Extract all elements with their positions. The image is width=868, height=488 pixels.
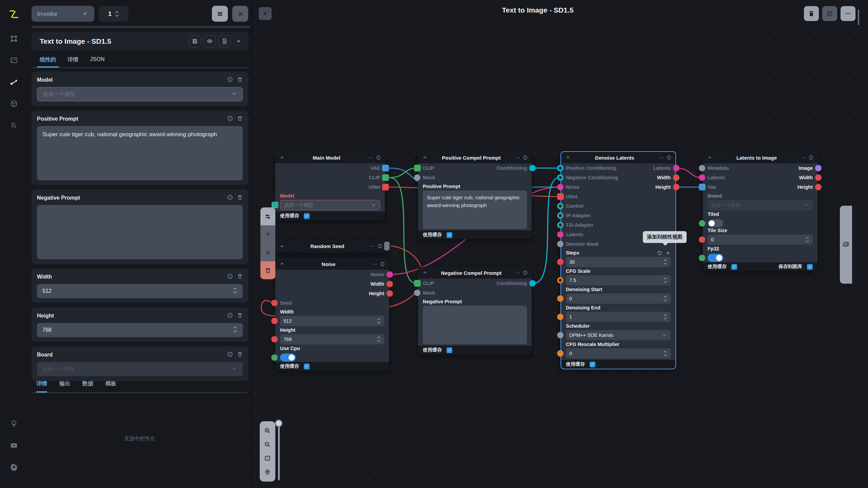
conditioning-output-handle[interactable] [529,280,536,287]
cfg-rescale-multiplier-input-handle[interactable] [557,350,564,357]
use-cpu-toggle[interactable] [280,353,296,362]
zoom-in-icon[interactable] [264,427,271,434]
height-number-input[interactable]: 768 [37,323,243,337]
cfg-scale-input-handle[interactable] [557,277,564,284]
tab-inspector-template[interactable]: 模板 [105,380,116,392]
positive-prompt-textarea[interactable]: Super cute tiger cub, national geographi… [37,126,243,180]
mask-input-handle[interactable] [414,175,420,181]
image-output-handle[interactable] [815,165,822,171]
width-output-handle[interactable] [815,175,822,181]
height-output-handle[interactable] [387,290,393,297]
stepper-icons[interactable] [233,325,237,335]
negative-prompt-textarea[interactable] [37,205,243,259]
node-main-model[interactable]: Main ModelVAECLIPUNetModel选择一个模型使用缓存✓ [275,152,385,220]
zoom-out-icon[interactable] [264,441,271,448]
zoom-slider-thumb[interactable] [275,420,282,427]
collapse-node-icon[interactable] [565,155,571,160]
footer-checkbox[interactable]: ✓ [731,264,737,270]
steps-number-input[interactable]: 30 [566,257,671,267]
node-menu-icon[interactable] [515,155,520,160]
tiled-input-handle[interactable] [699,220,705,227]
remove-field-icon[interactable] [237,351,243,359]
tab-linear[interactable]: 线性的 [40,56,56,67]
latents-output-handle[interactable] [673,165,679,171]
info-icon[interactable] [227,273,233,281]
info-icon[interactable] [227,195,233,202]
collapse-node-icon[interactable] [279,155,285,160]
view-mode-button[interactable] [203,35,216,47]
collapse-node-icon[interactable] [279,243,285,249]
node-menu-icon[interactable] [372,262,377,267]
board-select[interactable]: 选择一个面板 [708,200,813,210]
width-number-input[interactable]: 512 [37,284,243,298]
board-select[interactable]: 选择一个面板 [37,362,243,376]
width-output-handle[interactable] [387,281,393,287]
youtube-icon[interactable] [6,438,21,453]
vae-output-handle[interactable] [382,165,389,171]
denoising-end-input-handle[interactable] [557,314,564,320]
unet-input-handle[interactable] [557,193,564,200]
stepper-icons[interactable] [663,350,667,357]
settings-gear-icon[interactable] [6,460,21,474]
tab-inspector-data[interactable]: 数据 [82,380,93,392]
height-output-handle[interactable] [815,184,822,190]
footer-checkbox[interactable]: ✓ [447,347,452,353]
invoke-logo[interactable] [6,7,21,22]
t2i-adapter-input-handle[interactable] [557,222,564,228]
node-delete-button[interactable] [260,261,275,279]
denoising-start-number-input[interactable]: 0 [566,293,671,304]
clip-output-handle[interactable] [382,174,389,181]
info-icon[interactable] [227,116,233,123]
tab-inspector-outputs[interactable]: 输出 [59,380,70,392]
node-noise[interactable]: NoiseNoiseWidthHeightSeedWidth512Height7… [275,258,389,371]
collapsed-output-handle[interactable] [384,242,390,250]
tab-workflows-icon[interactable] [6,75,21,89]
denoising-start-input-handle[interactable] [557,296,564,302]
clip-input-handle[interactable] [414,280,421,287]
add-node-button[interactable] [259,7,272,20]
stepper-icons[interactable] [663,277,667,284]
remove-field-icon[interactable] [237,273,243,281]
unet-output-handle[interactable] [382,184,389,190]
node-menu-icon[interactable] [801,155,806,160]
scrollbar[interactable] [858,9,859,25]
stepper-icons[interactable] [663,313,667,321]
width-number-input[interactable]: 512 [280,316,384,326]
node-menu-icon[interactable] [659,155,664,160]
node-menu-icon[interactable] [370,244,375,249]
noise-input-handle[interactable] [557,184,564,190]
width-input-handle[interactable] [271,318,278,324]
collapse-node-icon[interactable] [707,155,712,160]
metadata-input-handle[interactable] [699,165,705,171]
delete-workflow-button[interactable] [804,6,819,21]
node-invoke-button[interactable] [260,225,275,243]
stepper-icons[interactable] [663,295,667,302]
scheduler-select[interactable]: DPM++ SDE Karras [566,330,671,340]
node-denoise-latents[interactable]: Denoise LatentsPositive ConditioningLate… [561,152,675,369]
remove-field-icon[interactable] [237,116,243,123]
queue-menu-button[interactable] [212,6,228,22]
stepper-icons[interactable] [377,336,381,343]
remove-field-icon[interactable] [237,312,243,320]
gallery-panel-handle[interactable] [840,206,852,284]
stepper-icons[interactable] [663,258,667,266]
conditioning-output-handle[interactable] [529,165,536,171]
node-cancel-button[interactable] [260,243,275,261]
info-icon[interactable] [227,351,233,359]
stepper-icons[interactable] [233,286,237,296]
remove-field-icon[interactable] [237,77,243,84]
invoke-button[interactable]: Invoke [32,6,94,22]
count-spinner-icons[interactable] [115,11,119,17]
footer-checkbox[interactable]: ✓ [304,364,310,369]
tab-inspector-details[interactable]: 详情 [36,380,47,392]
denoise-mask-input-handle[interactable] [557,241,564,247]
tile-size-input-handle[interactable] [699,237,705,243]
negative-prompt-textarea[interactable] [423,306,527,344]
tips-lightbulb-icon[interactable] [6,416,21,431]
collapse-node-icon[interactable] [279,261,285,267]
steps-input-handle[interactable] [557,259,564,265]
model-select[interactable]: 选择一个模型 [37,87,243,101]
cancel-queue-button[interactable] [232,6,248,22]
noise-output-handle[interactable] [387,271,393,278]
height-output-handle[interactable] [673,184,679,190]
